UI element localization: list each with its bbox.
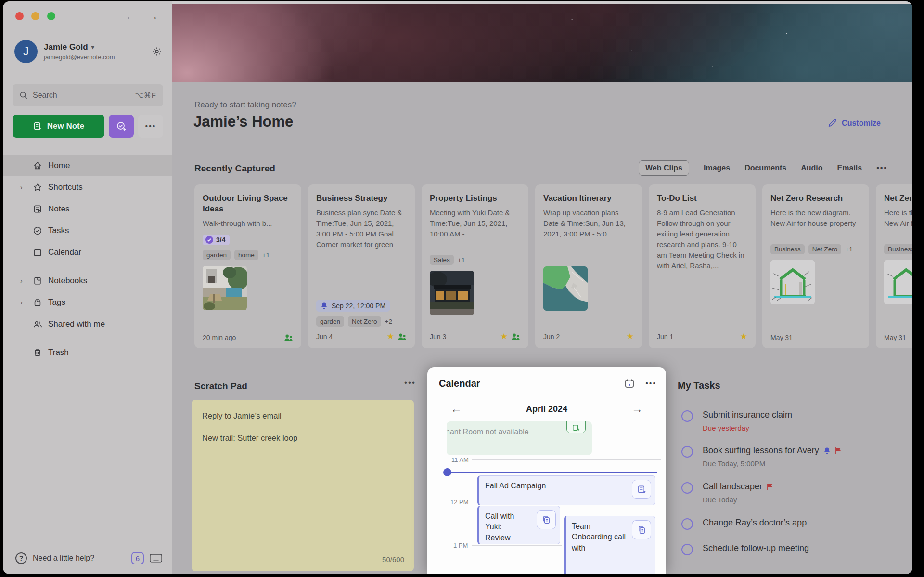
chevron-right-icon[interactable]: › <box>20 184 23 191</box>
tag-chip[interactable]: garden <box>203 250 231 260</box>
tag-more: +1 <box>845 246 852 253</box>
task-checkbox[interactable] <box>681 482 693 494</box>
new-task-button[interactable] <box>109 115 134 138</box>
tag-chip[interactable]: Net Zero <box>348 316 381 327</box>
forward-arrow-icon[interactable]: → <box>148 10 158 23</box>
back-arrow-icon[interactable]: ← <box>126 10 136 23</box>
keyboard-icon[interactable] <box>150 554 162 563</box>
note-card[interactable]: Net Zero Research Here is the new diagra… <box>876 184 912 348</box>
task-checkbox[interactable] <box>681 518 693 530</box>
note-card[interactable]: Net Zero Research Here is the new diagra… <box>762 184 869 348</box>
tag-chip[interactable]: Business <box>884 244 912 254</box>
task-row: Schedule follow-up meeting <box>681 543 908 553</box>
minimize-button[interactable] <box>31 12 39 20</box>
calendar-more-icon[interactable]: ••• <box>645 379 656 388</box>
evernote-window: ← → J Jamie Gold ▾ jamiegold@evernote.co… <box>3 1 912 574</box>
star-icon <box>33 183 42 192</box>
current-time-line <box>447 472 657 473</box>
tag-chip[interactable]: Business <box>770 244 805 254</box>
task-due: Due Today <box>703 496 908 504</box>
star-icon: ★ <box>627 331 634 341</box>
account-switcher[interactable]: J Jamie Gold ▾ jamiegold@evernote.com <box>14 40 162 63</box>
task-row: Submit insurance claim Due yesterday <box>681 410 908 432</box>
shared-icon <box>398 333 407 341</box>
sidebar-item-home[interactable]: Home <box>3 155 172 176</box>
note-add-icon[interactable] <box>632 480 651 499</box>
tag-chip[interactable]: garden <box>316 316 344 327</box>
close-button[interactable] <box>15 12 24 20</box>
note-date: May 31 <box>770 334 861 341</box>
filter-documents[interactable]: Documents <box>744 164 786 172</box>
main-content: Ready to start taking notes? Jamie’s Hom… <box>172 1 912 574</box>
note-date: 20 min ago <box>203 334 284 341</box>
sidebar-item-tags[interactable]: › Tags <box>3 291 172 313</box>
copy-note-icon[interactable] <box>632 520 651 539</box>
sidebar-item-shared-with-me[interactable]: Shared with me <box>3 313 172 335</box>
sidebar-nav: Home › Shortcuts Notes Tasks <box>3 155 172 363</box>
previous-month-arrow[interactable]: ← <box>450 402 462 416</box>
note-date: Jun 3 <box>430 333 500 341</box>
shared-icon <box>284 334 293 341</box>
tag-chip[interactable]: home <box>234 250 258 260</box>
chevron-right-icon[interactable]: › <box>20 299 23 306</box>
gear-icon[interactable] <box>152 46 162 57</box>
note-icon <box>33 204 42 214</box>
help-icon[interactable]: ? <box>15 552 27 564</box>
scratch-pad-more-icon[interactable]: ••• <box>404 378 416 388</box>
chevron-right-icon[interactable]: › <box>20 277 23 285</box>
recently-captured-cards: Outdoor Living Space Ideas Walk-through … <box>194 184 912 349</box>
sidebar-item-trash[interactable]: Trash <box>3 341 172 363</box>
task-checkbox[interactable] <box>681 410 693 422</box>
note-add-icon[interactable] <box>566 421 586 433</box>
note-card[interactable]: Vacation Itinerary Wrap up vacation plan… <box>535 184 642 348</box>
note-card[interactable]: To-Do List 8-9 am Lead Generation Follow… <box>649 184 756 348</box>
calendar-event-onboarding[interactable]: Team Onboarding call with <box>564 516 655 574</box>
note-thumbnail-sketch <box>770 260 815 304</box>
filter-web-clips[interactable]: Web Clips <box>639 160 689 176</box>
sidebar-item-shortcuts[interactable]: › Shortcuts <box>3 176 172 198</box>
tag-chip[interactable]: Sales <box>430 255 454 265</box>
calendar-widget: Calendar ••• ← April 2024 → Elephant Roo… <box>427 367 666 574</box>
trash-icon <box>33 348 42 357</box>
sidebar-item-notebooks[interactable]: › Notebooks <box>3 270 172 291</box>
calendar-event-room[interactable]: Elephant Room not available <box>447 421 592 455</box>
next-month-arrow[interactable]: → <box>631 402 643 416</box>
sidebar-item-calendar[interactable]: Calendar <box>3 241 172 263</box>
calendar-event-fall-ad[interactable]: Fall Ad Campaign <box>477 475 655 505</box>
note-thumbnail-patio <box>203 266 247 310</box>
note-card[interactable]: Property Listings Meeting with Yuki Date… <box>422 184 528 348</box>
calendar-today-icon[interactable] <box>624 378 635 389</box>
note-card[interactable]: Business Strategy Business plan sync Dat… <box>308 184 415 348</box>
more-actions-button[interactable]: ••• <box>138 115 163 138</box>
home-icon <box>33 161 42 170</box>
task-checkbox[interactable] <box>681 544 693 555</box>
account-email: jamiegold@evernote.com <box>44 53 152 61</box>
scratch-pad-input[interactable]: Reply to Jamie’s email New trail: Sutter… <box>192 400 414 571</box>
calendar-icon <box>33 248 42 257</box>
sidebar-item-notes[interactable]: Notes <box>3 198 172 220</box>
note-date: Jun 4 <box>316 333 387 341</box>
copy-note-icon[interactable] <box>537 510 556 529</box>
task-due: Due Today, 5:00PM <box>703 459 908 468</box>
zoom-button[interactable] <box>47 12 55 20</box>
help-label[interactable]: Need a little help? <box>33 554 131 563</box>
filter-emails[interactable]: Emails <box>837 164 862 172</box>
calendar-event-yuki[interactable]: Call with Yuki: Review <box>477 506 560 544</box>
notebook-icon <box>33 276 42 286</box>
search-icon <box>19 91 28 100</box>
star-icon: ★ <box>500 331 508 341</box>
new-note-button[interactable]: New Note <box>13 115 104 138</box>
shared-icon <box>511 333 520 341</box>
sidebar-item-tasks[interactable]: Tasks <box>3 220 172 241</box>
note-card[interactable]: Outdoor Living Space Ideas Walk-through … <box>194 184 301 348</box>
filter-images[interactable]: Images <box>704 164 730 172</box>
time-label: 11 AM <box>451 456 469 463</box>
filter-audio[interactable]: Audio <box>801 164 822 172</box>
reminder-chip: Sep 22, 12:00 PM <box>316 300 390 312</box>
note-date: May 31 <box>884 334 912 341</box>
customize-button[interactable]: Customize <box>828 118 881 128</box>
task-checkbox[interactable] <box>681 446 693 458</box>
search-input[interactable]: Search ⌥⌘F <box>13 84 163 106</box>
filter-more-icon[interactable]: ••• <box>876 164 887 172</box>
tag-chip[interactable]: Net Zero <box>808 244 842 254</box>
